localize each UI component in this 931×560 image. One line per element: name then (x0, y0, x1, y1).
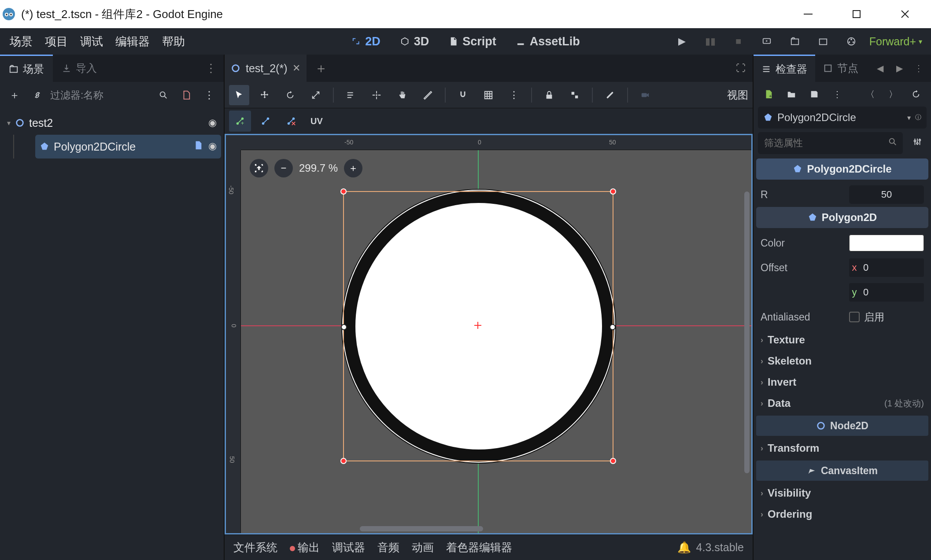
select-tool-button[interactable] (229, 85, 249, 105)
script-attached-icon[interactable] (193, 140, 203, 153)
tab-node[interactable]: 节点 (815, 55, 866, 82)
bottom-shader-button[interactable]: 着色器编辑器 (446, 540, 512, 555)
snap-options-button[interactable]: ⋮ (504, 85, 524, 105)
zoom-in-button[interactable]: ＋ (344, 159, 362, 177)
instance-scene-button[interactable] (27, 85, 48, 105)
tab-inspector[interactable]: 检查器 (754, 55, 815, 82)
bottom-audio-button[interactable]: 音频 (377, 540, 399, 555)
doc-link-icon[interactable]: ⓘ (915, 114, 921, 122)
scene-script-button[interactable] (176, 85, 196, 105)
offset-y-input[interactable]: y0 (849, 283, 924, 302)
group-skeleton[interactable]: ›Skeleton (756, 350, 928, 372)
play-scene-button[interactable] (785, 31, 805, 52)
new-resource-button[interactable]: + (760, 85, 777, 103)
close-tab-button[interactable]: ✕ (292, 63, 300, 74)
snap-toggle-button[interactable] (453, 85, 473, 105)
canvas-area[interactable]: − 299.7 % ＋ (241, 150, 751, 533)
offset-x-input[interactable]: x0 (849, 258, 924, 277)
property-filter-input[interactable] (758, 132, 903, 154)
obj-history-button[interactable] (907, 85, 925, 103)
group-invert[interactable]: ›Invert (756, 372, 928, 393)
class-canvasitem[interactable]: CanvasItem (756, 461, 928, 481)
scene-tree-node-polygon2dcircle[interactable]: Polygon2DCircle ◉ (35, 135, 221, 158)
obj-next-button[interactable]: 〉 (884, 85, 902, 103)
menu-project[interactable]: 项目 (45, 34, 68, 49)
add-node-button[interactable]: ＋ (4, 85, 25, 105)
class-node2d[interactable]: Node2D (756, 416, 928, 436)
pivot-tool-button[interactable] (366, 85, 387, 105)
grid-snap-button[interactable] (478, 85, 499, 105)
ruler-tool-button[interactable] (417, 85, 438, 105)
bottom-debugger-button[interactable]: 调试器 (332, 540, 365, 555)
movie-maker-button[interactable] (841, 31, 861, 52)
r-value-input[interactable]: 50 (849, 185, 924, 204)
polygon-create-button[interactable]: + (229, 111, 251, 132)
property-tools-button[interactable] (908, 134, 927, 152)
group-button[interactable] (565, 85, 585, 105)
scene-search-icon[interactable] (153, 85, 174, 105)
menu-scene[interactable]: 场景 (10, 34, 33, 49)
section-polygon2dcircle[interactable]: Polygon2DCircle (756, 158, 928, 180)
inspected-object-dropdown[interactable]: Polygon2DCircle ▾ⓘ (758, 107, 927, 129)
workspace-script-button[interactable]: Script (445, 35, 500, 48)
rotate-tool-button[interactable] (280, 85, 300, 105)
section-polygon2d[interactable]: Polygon2D (756, 207, 928, 228)
scene-tree-root[interactable]: ▾ test2 ◉ (3, 111, 221, 135)
workspace-2d-button[interactable]: 2D (347, 35, 384, 48)
camera-override-button[interactable] (635, 85, 655, 105)
group-visibility[interactable]: ›Visibility (756, 483, 928, 504)
zoom-out-button[interactable]: − (274, 159, 293, 177)
zoom-reset-button[interactable] (250, 159, 268, 177)
dock-options-button[interactable]: ⋮ (198, 62, 224, 75)
group-texture[interactable]: ›Texture (756, 329, 928, 350)
zoom-level[interactable]: 299.7 % (299, 162, 338, 174)
play-button[interactable]: ▶ (672, 31, 692, 52)
horizontal-scrollbar[interactable] (360, 526, 483, 531)
bottom-output-button[interactable]: 输出 (290, 540, 320, 555)
tab-import[interactable]: 导入 (53, 55, 106, 82)
window-minimize-button[interactable] (784, 1, 832, 27)
view-menu-button[interactable]: 视图 (727, 88, 748, 102)
workspace-3d-button[interactable]: 3D (396, 35, 433, 48)
group-ordering[interactable]: ›Ordering (756, 504, 928, 525)
lock-button[interactable] (539, 85, 559, 105)
menu-debug[interactable]: 调试 (80, 34, 103, 49)
history-next-button[interactable]: ▶ (891, 60, 907, 76)
group-data[interactable]: ›Data(1 处改动) (756, 393, 928, 414)
obj-prev-button[interactable]: 〈 (861, 85, 879, 103)
vertical-scrollbar[interactable] (744, 192, 750, 473)
scene-filter-input[interactable]: 过滤器:名称 (50, 88, 151, 102)
menu-help[interactable]: 帮助 (162, 34, 185, 49)
pause-button[interactable]: ▮▮ (700, 31, 720, 52)
list-select-button[interactable] (341, 85, 361, 105)
menu-editor[interactable]: 编辑器 (115, 34, 150, 49)
window-maximize-button[interactable] (832, 1, 881, 27)
window-close-button[interactable] (881, 1, 929, 27)
polygon-edit-button[interactable] (255, 111, 277, 132)
scale-tool-button[interactable] (306, 85, 326, 105)
bottom-animation-button[interactable]: 动画 (412, 540, 434, 555)
renderer-dropdown[interactable]: Forward+ ▾ (869, 35, 922, 48)
notification-bell-icon[interactable]: 🔔 (677, 541, 691, 554)
bone-button[interactable] (600, 85, 620, 105)
dock-options-button[interactable]: ⋮ (911, 60, 927, 76)
play-custom-scene-button[interactable] (813, 31, 833, 52)
color-picker-button[interactable] (849, 235, 924, 251)
tab-scene[interactable]: 场景 (0, 55, 53, 82)
resource-extra-button[interactable]: ⋮ (828, 85, 846, 103)
visibility-toggle-icon[interactable]: ◉ (208, 117, 217, 129)
polygon-delete-button[interactable] (280, 111, 302, 132)
remote-play-button[interactable] (757, 31, 777, 52)
antialiased-checkbox[interactable] (849, 312, 860, 322)
scene-more-button[interactable]: ⋮ (199, 85, 219, 105)
visibility-toggle-icon[interactable]: ◉ (208, 140, 217, 153)
bottom-filesystem-button[interactable]: 文件系统 (233, 540, 277, 555)
group-transform[interactable]: ›Transform (756, 438, 928, 459)
workspace-assetlib-button[interactable]: AssetLib (512, 35, 584, 48)
history-prev-button[interactable]: ◀ (872, 60, 888, 76)
load-resource-button[interactable] (783, 85, 800, 103)
scene-tab-test2[interactable]: test_2(*) ✕ (225, 55, 307, 82)
pan-tool-button[interactable] (392, 85, 412, 105)
polygon-uv-button[interactable]: UV (306, 111, 328, 132)
stop-button[interactable]: ■ (728, 31, 749, 52)
